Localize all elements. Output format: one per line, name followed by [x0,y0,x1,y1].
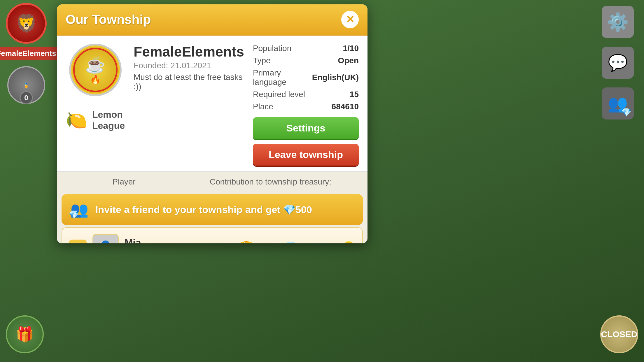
column-player: Player [66,177,182,187]
language-label: Primary language [253,68,312,87]
coin-score: 47 145 [309,241,339,244]
trophy-score: 35 170 [206,241,237,244]
invite-text-part: Invite a friend to your township and get [95,204,281,215]
logo-red-outline [73,48,118,92]
settings-icon[interactable]: ⚙️ [602,6,634,38]
league-icon: 🍋 [66,110,88,131]
player-name: Mia [125,237,201,244]
player-info: Mia Township Leader [125,237,201,244]
place-value: 684610 [332,102,359,111]
language-value: English(UK) [312,73,359,82]
inventory-icon[interactable]: 🎁 [6,315,44,353]
friends-icon[interactable]: 👥 💎 [602,87,634,120]
player-avatar-icon: 🦁 [6,3,47,44]
close-button[interactable]: ✕ [341,11,359,28]
coin-icon: 🪙 [342,241,355,243]
player-stats: 35 170 🏆 286 💎 47 145 🪙 [206,241,355,243]
stat-required-level: Required level 15 [253,90,359,99]
league-section: 🍋 LemonLeague [66,109,125,131]
right-sidebar: ⚙️ 💬 👥 💎 CLOSED [592,0,644,362]
township-info-section: ☕ 🔥 🍋 LemonLeague FemaleElements Founded… [57,36,368,171]
stat-language: Primary language English(UK) [253,68,359,87]
stat-place: Place 684610 [253,102,359,111]
closed-label: CLOSED [601,329,638,339]
township-modal: Our Township ✕ ☕ 🔥 🍋 LemonLeague FemaleE… [57,4,368,243]
leave-township-button[interactable]: Leave township [253,144,359,166]
population-label: Population [253,44,291,53]
invite-text: Invite a friend to your township and get… [95,204,312,215]
invite-friends-icon: 👥 💎 [70,201,88,218]
type-label: Type [253,56,271,65]
medal-icon: 🏅 0 [7,66,45,104]
league-name: LemonLeague [92,109,125,131]
invite-diamond-icon: 💎 [69,210,79,219]
trophy-stat: 35 170 🏆 [206,241,253,243]
left-sidebar: 🦁 FemaleElements 🏅 0 🎁 [0,0,52,362]
township-description: Must do at least the free tasks :)) [134,73,244,91]
settings-button[interactable]: Settings [253,117,359,139]
township-logo: ☕ 🔥 [69,44,122,96]
required-level-label: Required level [253,90,305,99]
place-label: Place [253,102,273,111]
stat-population: Population 1/10 [253,44,359,53]
invite-reward: 500 [295,204,312,215]
type-value: Open [338,56,359,65]
medal-count: 0 [20,91,33,104]
friends-diamond-icon: 💎 [621,108,631,117]
shop-closed-icon[interactable]: CLOSED [600,315,638,353]
username-badge: FemaleElements [0,47,62,60]
diamond-icon: 💎 [284,241,297,243]
table-header: Player Contribution to township treasury… [57,172,368,192]
modal-header: Our Township ✕ [57,4,368,36]
column-contribution: Contribution to township treasury: [182,177,359,187]
township-founded: Founded: 21.01.2021 [134,61,244,70]
table-section: Player Contribution to township treasury… [57,171,368,243]
rank-badge: 1. [69,240,87,243]
coin-stat: 47 145 🪙 [309,241,355,243]
player-row: 1. 👤 20 Mia Township Leader 35 170 🏆 286… [62,227,363,243]
modal-title: Our Township [66,12,151,27]
required-level-value: 15 [350,90,359,99]
player-avatar: 👤 20 [92,234,119,243]
action-buttons: Settings Leave township [253,117,359,166]
diamond-score: 286 [265,241,281,244]
stats-panel: Population 1/10 Type Open Primary langua… [253,44,359,111]
township-name: FemaleElements [134,44,244,60]
trophy-icon: 🏆 [240,241,253,243]
rank-number: 1. [74,242,81,243]
chat-icon[interactable]: 💬 [602,47,634,79]
invite-banner[interactable]: 👥 💎 Invite a friend to your township and… [62,194,363,225]
stat-type: Type Open [253,56,359,65]
diamond-stat: 286 💎 [265,241,297,243]
township-text-info: FemaleElements Founded: 21.01.2021 Must … [134,44,244,166]
population-value: 1/10 [343,44,359,53]
